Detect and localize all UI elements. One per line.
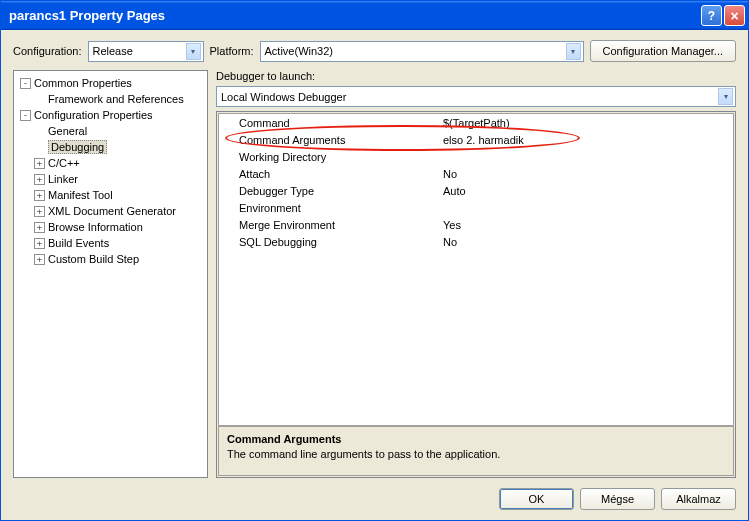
grid-row-environment[interactable]: Environment — [219, 199, 733, 216]
debugger-launch-label: Debugger to launch: — [216, 70, 736, 82]
tree-general[interactable]: General — [16, 123, 205, 139]
expand-icon[interactable]: + — [34, 222, 45, 233]
description-text: The command line arguments to pass to th… — [227, 448, 725, 460]
expand-icon[interactable]: + — [34, 238, 45, 249]
tree-linker[interactable]: +Linker — [16, 171, 205, 187]
description-title: Command Arguments — [227, 433, 725, 445]
tree-xml-doc-gen[interactable]: +XML Document Generator — [16, 203, 205, 219]
cancel-button[interactable]: Mégse — [580, 488, 655, 510]
help-button[interactable]: ? — [701, 5, 722, 26]
tree-debugging[interactable]: Debugging — [16, 139, 205, 155]
description-panel: Command Arguments The command line argum… — [218, 426, 734, 476]
grid-row-sql-debugging[interactable]: SQL DebuggingNo — [219, 233, 733, 250]
tree-config-properties[interactable]: -Configuration Properties — [16, 107, 205, 123]
configuration-value: Release — [93, 45, 186, 57]
chevron-down-icon: ▾ — [566, 43, 581, 60]
tree-manifest-tool[interactable]: +Manifest Tool — [16, 187, 205, 203]
tree-build-events[interactable]: +Build Events — [16, 235, 205, 251]
tree-cpp[interactable]: +C/C++ — [16, 155, 205, 171]
config-toolbar: Configuration: Release ▾ Platform: Activ… — [13, 40, 736, 62]
grid-row-attach[interactable]: AttachNo — [219, 165, 733, 182]
expand-icon[interactable]: + — [34, 206, 45, 217]
collapse-icon[interactable]: - — [20, 110, 31, 121]
grid-row-merge-environment[interactable]: Merge EnvironmentYes — [219, 216, 733, 233]
grid-row-debugger-type[interactable]: Debugger TypeAuto — [219, 182, 733, 199]
ok-button[interactable]: OK — [499, 488, 574, 510]
platform-value: Active(Win32) — [265, 45, 566, 57]
tree-panel[interactable]: -Common Properties Framework and Referen… — [13, 70, 208, 478]
config-manager-button[interactable]: Configuration Manager... — [590, 40, 736, 62]
platform-label: Platform: — [210, 45, 254, 57]
tree-custom-build[interactable]: +Custom Build Step — [16, 251, 205, 267]
close-button[interactable]: × — [724, 5, 745, 26]
apply-button[interactable]: Alkalmaz — [661, 488, 736, 510]
tree-common-properties[interactable]: -Common Properties — [16, 75, 205, 91]
collapse-icon[interactable]: - — [20, 78, 31, 89]
grid-row-command-arguments[interactable]: Command Argumentselso 2. harmadik — [219, 131, 733, 148]
dialog-buttons: OK Mégse Alkalmaz — [13, 486, 736, 510]
expand-icon[interactable]: + — [34, 158, 45, 169]
chevron-down-icon: ▾ — [718, 88, 733, 105]
property-grid[interactable]: Command$(TargetPath) Command Argumentsel… — [218, 113, 734, 426]
chevron-down-icon: ▾ — [186, 43, 201, 60]
expand-icon[interactable]: + — [34, 174, 45, 185]
window-title: parancs1 Property Pages — [9, 8, 701, 23]
platform-combo[interactable]: Active(Win32) ▾ — [260, 41, 584, 62]
tree-framework-refs[interactable]: Framework and References — [16, 91, 205, 107]
help-icon: ? — [708, 9, 715, 23]
tree-browse-info[interactable]: +Browse Information — [16, 219, 205, 235]
debugger-launch-combo[interactable]: Local Windows Debugger ▾ — [216, 86, 736, 107]
configuration-label: Configuration: — [13, 45, 82, 57]
debugger-launch-value: Local Windows Debugger — [221, 91, 718, 103]
titlebar[interactable]: parancs1 Property Pages ? × — [1, 1, 748, 30]
expand-icon[interactable]: + — [34, 254, 45, 265]
close-icon: × — [730, 8, 738, 24]
property-grid-panel: Command$(TargetPath) Command Argumentsel… — [216, 111, 736, 478]
grid-row-command[interactable]: Command$(TargetPath) — [219, 114, 733, 131]
property-pages-window: parancs1 Property Pages ? × Configuratio… — [0, 0, 749, 521]
expand-icon[interactable]: + — [34, 190, 45, 201]
grid-row-working-directory[interactable]: Working Directory — [219, 148, 733, 165]
configuration-combo[interactable]: Release ▾ — [88, 41, 204, 62]
